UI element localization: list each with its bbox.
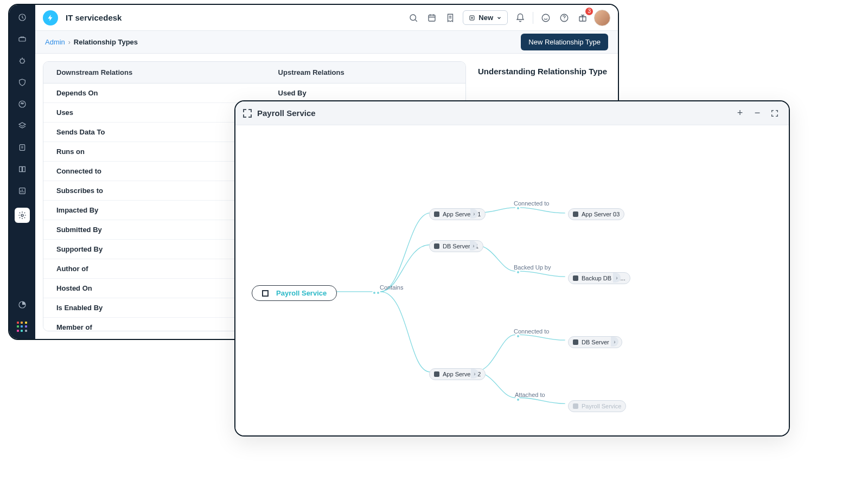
server-icon bbox=[434, 211, 439, 217]
rel-label-backedup: Backed Up by bbox=[514, 264, 551, 271]
zoom-in-icon[interactable]: + bbox=[733, 107, 746, 120]
rel-label-contains: Contains bbox=[380, 284, 403, 291]
ticket-icon[interactable] bbox=[17, 34, 27, 44]
service-icon bbox=[573, 403, 578, 409]
service-icon bbox=[243, 109, 252, 118]
rel-label-connected-2: Connected to bbox=[514, 328, 549, 335]
downstream-cell: Author of bbox=[43, 259, 265, 279]
app-name: IT servicedesk bbox=[66, 13, 122, 22]
service-icon bbox=[262, 290, 269, 297]
downstream-cell: Submitted By bbox=[43, 220, 265, 240]
change-icon[interactable] bbox=[17, 99, 27, 109]
downstream-cell: Runs on bbox=[43, 142, 265, 162]
svg-point-13 bbox=[564, 20, 564, 20]
map-title: Payroll Service bbox=[257, 108, 316, 118]
relationship-map-window: Payroll Service + − bbox=[234, 100, 790, 437]
node-root-label: Payroll Service bbox=[276, 289, 327, 297]
server-icon bbox=[434, 243, 439, 249]
breadcrumb-row: Admin › Relationship Types New Relations… bbox=[35, 31, 618, 54]
downstream-cell: Impacted By bbox=[43, 201, 265, 220]
node-backup-db[interactable]: Backup DB Se... bbox=[568, 272, 630, 284]
new-button[interactable]: New bbox=[463, 10, 508, 25]
top-bar: IT servicedesk New 3 bbox=[35, 5, 618, 31]
server-icon bbox=[434, 371, 439, 377]
book-icon[interactable] bbox=[17, 164, 27, 174]
server-icon bbox=[573, 211, 578, 217]
gift-badge: 3 bbox=[585, 8, 593, 15]
server-icon bbox=[573, 275, 578, 281]
left-nav-rail bbox=[9, 5, 35, 339]
shield-icon[interactable] bbox=[17, 78, 27, 87]
dashboard-icon[interactable] bbox=[17, 12, 27, 22]
downstream-cell: Hosted On bbox=[43, 279, 265, 298]
downstream-cell: Is Enabled By bbox=[43, 298, 265, 318]
layers-icon[interactable] bbox=[17, 121, 27, 131]
info-panel-title: Understanding Relationship Type bbox=[478, 66, 608, 77]
analytics-icon[interactable] bbox=[17, 186, 27, 196]
asset-icon[interactable] bbox=[17, 143, 27, 152]
node-payroll-dim[interactable]: Payroll Service bbox=[568, 400, 626, 412]
user-avatar[interactable] bbox=[594, 10, 610, 26]
brand-logo[interactable] bbox=[43, 10, 58, 25]
svg-point-6 bbox=[21, 214, 23, 216]
svg-rect-4 bbox=[20, 145, 24, 151]
freshworks-icon[interactable] bbox=[17, 300, 27, 310]
svg-point-11 bbox=[542, 14, 550, 22]
downstream-cell: Sends Data To bbox=[43, 123, 265, 142]
node-root[interactable]: Payroll Service bbox=[252, 285, 337, 301]
downstream-header: Downstream Relations bbox=[43, 62, 265, 84]
node-label: App Server 03 bbox=[582, 211, 620, 217]
downstream-cell: Subscribes to bbox=[43, 181, 265, 201]
map-header: Payroll Service + − bbox=[235, 101, 789, 125]
fullscreen-icon[interactable] bbox=[768, 107, 781, 120]
rel-label-attached: Attached to bbox=[515, 392, 545, 398]
bell-icon[interactable] bbox=[512, 10, 528, 26]
downstream-cell: Uses bbox=[43, 103, 265, 123]
gift-icon[interactable]: 3 bbox=[575, 10, 591, 26]
zoom-out-icon[interactable]: − bbox=[751, 107, 764, 120]
node-label: Payroll Service bbox=[582, 403, 621, 409]
apps-grid-icon[interactable] bbox=[17, 322, 28, 332]
node-app-server-03[interactable]: App Server 03 bbox=[568, 208, 624, 220]
downstream-cell: Member of bbox=[43, 318, 265, 332]
downstream-cell: Connected to bbox=[43, 162, 265, 181]
breadcrumb-current: Relationship Types bbox=[74, 38, 138, 46]
help-icon[interactable] bbox=[556, 10, 572, 26]
downstream-cell: Supported By bbox=[43, 240, 265, 259]
notes-icon[interactable] bbox=[442, 10, 458, 26]
breadcrumb-admin[interactable]: Admin bbox=[45, 38, 65, 46]
breadcrumb-sep: › bbox=[68, 39, 71, 46]
support-icon[interactable] bbox=[538, 10, 554, 26]
calendar-icon[interactable] bbox=[424, 10, 440, 26]
new-button-label: New bbox=[478, 14, 493, 22]
svg-point-8 bbox=[410, 15, 416, 21]
bug-icon[interactable] bbox=[17, 56, 27, 66]
chevron-down-icon bbox=[496, 15, 502, 21]
search-icon[interactable] bbox=[405, 10, 422, 26]
admin-gear-icon[interactable] bbox=[15, 208, 30, 223]
server-icon bbox=[573, 339, 578, 345]
downstream-cell: Depends On bbox=[43, 84, 265, 103]
rel-label-connected-1: Connected to bbox=[514, 200, 549, 207]
new-relationship-type-button[interactable]: New Relationship Type bbox=[521, 34, 608, 50]
svg-rect-1 bbox=[19, 37, 25, 41]
svg-rect-9 bbox=[429, 15, 435, 21]
map-canvas[interactable]: Contains Connected to Backed Up by Conne… bbox=[235, 125, 789, 435]
upstream-header: Upstream Relations bbox=[265, 62, 465, 84]
